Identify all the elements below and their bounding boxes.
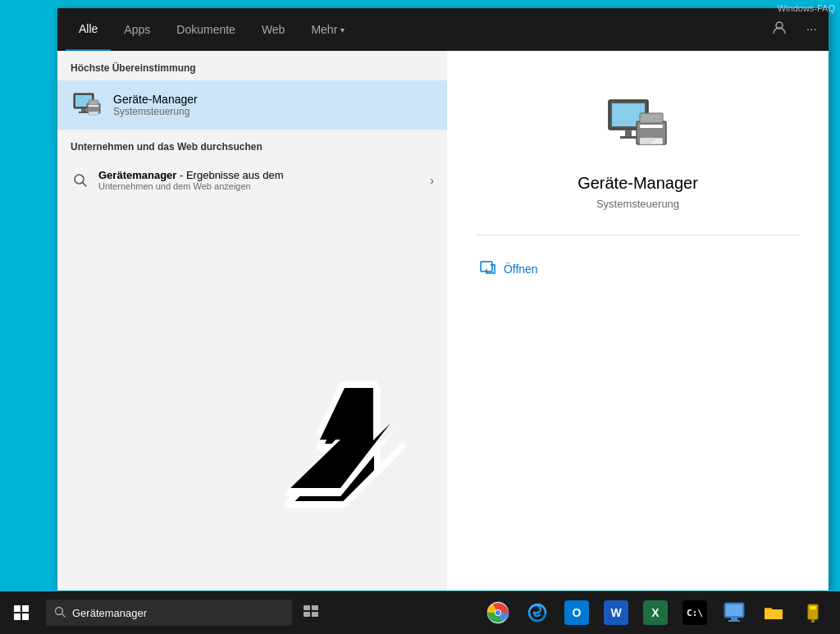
svg-rect-27	[14, 605, 21, 612]
svg-line-10	[83, 182, 87, 186]
svg-rect-25	[641, 142, 651, 144]
tab-web[interactable]: Web	[249, 8, 299, 51]
web-search-sub: Unternehmen und dem Web anzeigen	[98, 181, 422, 191]
svg-rect-8	[89, 112, 98, 115]
svg-rect-35	[304, 612, 310, 617]
web-search-text: Gerätemanager - Ergebnisse aus dem Unter…	[98, 169, 422, 191]
svg-rect-22	[640, 113, 663, 123]
svg-rect-3	[81, 108, 86, 112]
open-label[interactable]: Öffnen	[504, 262, 538, 276]
svg-rect-47	[811, 619, 815, 623]
detail-subtitle: Systemsteuerung	[596, 198, 679, 210]
taskbar-search-text: Gerätemanager	[72, 607, 147, 619]
best-match-subtitle: Systemsteuerung	[113, 106, 198, 117]
open-button[interactable]: Öffnen	[476, 252, 800, 285]
right-panel: Geräte-Manager Systemsteuerung Öffnen	[447, 51, 829, 591]
tab-bar: Alle Apps Dokumente Web Mehr ▾ ···	[57, 8, 829, 51]
svg-rect-6	[89, 105, 98, 107]
svg-rect-36	[312, 612, 318, 617]
svg-rect-7	[89, 100, 98, 105]
svg-rect-46	[810, 606, 816, 609]
divider	[476, 235, 800, 235]
task-view-button[interactable]	[292, 591, 330, 634]
open-icon	[479, 258, 495, 279]
detail-title: Geräte-Manager	[578, 174, 698, 193]
taskbar-app-network[interactable]	[715, 591, 753, 634]
web-search-item[interactable]: Gerätemanager - Ergebnisse aus dem Unter…	[57, 159, 447, 201]
taskbar-app-usb[interactable]	[794, 591, 832, 634]
svg-rect-34	[312, 605, 318, 610]
svg-line-32	[62, 613, 66, 617]
svg-rect-23	[640, 138, 663, 144]
svg-rect-44	[728, 620, 740, 622]
taskbar-search[interactable]: Gerätemanager	[46, 600, 292, 626]
best-match-title: Geräte-Manager	[113, 93, 198, 106]
chevron-down-icon: ▾	[340, 25, 345, 34]
svg-rect-30	[22, 613, 29, 620]
taskbar: Gerätemanager	[0, 591, 840, 634]
web-suffix: - Ergebnisse aus dem	[176, 169, 283, 181]
svg-rect-33	[304, 605, 310, 610]
svg-rect-42	[726, 604, 742, 616]
taskbar-search-icon	[54, 606, 66, 620]
svg-rect-18	[625, 130, 632, 136]
search-icon	[71, 171, 90, 190]
best-match-item[interactable]: Geräte-Manager Systemsteuerung	[57, 80, 447, 130]
content-area: Höchste Übereinstimmung	[57, 51, 829, 591]
arrow-right-icon: ›	[430, 174, 434, 187]
search-window: Alle Apps Dokumente Web Mehr ▾ ···	[57, 8, 829, 591]
svg-rect-28	[22, 605, 29, 612]
tab-apps[interactable]: Apps	[111, 8, 163, 51]
more-options-icon[interactable]: ···	[803, 19, 820, 40]
best-match-header: Höchste Übereinstimmung	[57, 51, 447, 80]
person-icon[interactable]	[769, 17, 790, 42]
left-panel: Höchste Übereinstimmung	[57, 51, 447, 591]
taskbar-app-terminal[interactable]: C:\	[676, 591, 714, 634]
web-section-header: Unternehmen und das Web durchsuchen	[57, 130, 447, 159]
tab-dokumente[interactable]: Dokumente	[163, 8, 249, 51]
device-manager-icon	[71, 89, 103, 121]
svg-rect-19	[620, 136, 637, 139]
taskbar-app-outlook[interactable]: O	[558, 591, 596, 634]
watermark: Windows-FAQ	[778, 3, 835, 13]
svg-rect-24	[641, 139, 655, 141]
taskbar-app-files[interactable]	[755, 591, 792, 634]
web-query: Gerätemanager	[98, 169, 176, 181]
tab-alle[interactable]: Alle	[66, 8, 111, 51]
taskbar-apps: O W X C:\	[479, 591, 832, 634]
best-match-text: Geräte-Manager Systemsteuerung	[113, 93, 198, 117]
detail-device-manager-icon	[605, 92, 671, 157]
web-search-main: Gerätemanager - Ergebnisse aus dem	[98, 169, 422, 181]
svg-point-40	[495, 610, 500, 615]
svg-rect-21	[640, 125, 663, 128]
tab-mehr[interactable]: Mehr ▾	[298, 8, 358, 51]
svg-rect-29	[14, 613, 21, 620]
start-button[interactable]	[0, 591, 43, 634]
taskbar-app-edge[interactable]	[518, 591, 556, 634]
tab-bar-right: ···	[769, 17, 820, 42]
taskbar-app-excel[interactable]: X	[637, 591, 674, 634]
taskbar-app-chrome[interactable]	[479, 591, 517, 634]
arrow-annotation	[262, 373, 410, 537]
svg-rect-43	[731, 618, 737, 620]
taskbar-app-word[interactable]: W	[597, 591, 635, 634]
